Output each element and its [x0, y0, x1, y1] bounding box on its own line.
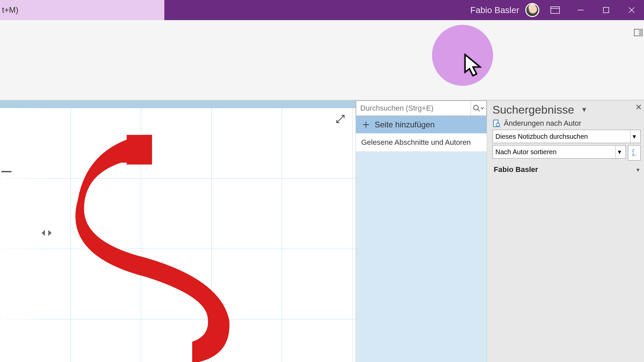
search-icon — [473, 105, 480, 112]
ink-drawing-s[interactable] — [67, 129, 262, 362]
add-page-label: Seite hinzufügen — [375, 120, 435, 129]
maximize-button[interactable] — [596, 0, 616, 20]
svg-rect-0 — [551, 7, 559, 13]
pages-empty-area — [356, 152, 487, 362]
chevron-down-icon[interactable]: ▾ — [615, 145, 623, 158]
section-tab-bar[interactable] — [0, 101, 356, 108]
titlebar: t+M) Fabio Basler — [0, 0, 644, 20]
main-area: Seite hinzufügen Gelesene Abschnitte und… — [0, 101, 644, 362]
text-caret-mark — [1, 171, 11, 172]
chevron-down-icon[interactable]: ▾ — [637, 167, 639, 173]
history-nav-arrows[interactable] — [41, 229, 52, 237]
titlebar-spacer — [164, 0, 470, 20]
pages-pane: Seite hinzufügen Gelesene Abschnitte und… — [356, 101, 487, 362]
page-list-item[interactable]: Gelesene Abschnitte und Autoren — [356, 133, 487, 152]
search-scope-dropdown[interactable]: Dieses Notizbuch durchsuchen ▾ — [492, 130, 641, 143]
expand-icon[interactable] — [335, 113, 346, 126]
chevron-down-icon[interactable]: ▾ — [630, 130, 638, 143]
chevron-down-icon[interactable]: ▼ — [581, 106, 588, 114]
canvas-area[interactable] — [0, 101, 356, 362]
user-name[interactable]: Fabio Basler — [470, 5, 519, 15]
sort-dropdown-value: Nach Autor sortieren — [495, 148, 556, 156]
cursor-pointer-icon — [462, 53, 484, 80]
chevron-down-icon[interactable] — [480, 105, 484, 112]
svg-line-18 — [499, 126, 500, 127]
search-button[interactable] — [471, 101, 486, 116]
sort-az-icon: ZA↓ — [632, 149, 637, 157]
search-input[interactable] — [356, 104, 471, 113]
plus-icon — [362, 121, 370, 129]
ribbon-area — [0, 20, 644, 101]
dock-pane-icon[interactable] — [634, 29, 643, 38]
search-box[interactable] — [356, 101, 487, 116]
svg-rect-3 — [603, 7, 609, 13]
results-title-row: Suchergebnisse ▼ — [492, 103, 641, 118]
history-forward-icon[interactable] — [47, 229, 52, 237]
changes-by-author-row[interactable]: Änderungen nach Autor — [492, 118, 641, 130]
add-page-button[interactable]: Seite hinzufügen — [356, 116, 487, 133]
page-search-icon — [492, 119, 500, 127]
search-results-pane: ✕ Suchergebnisse ▼ Änderungen nach Autor… — [487, 101, 644, 362]
svg-line-8 — [337, 115, 344, 123]
ribbon-shortcut-hint: t+M) — [0, 0, 164, 20]
changes-by-author-label: Änderungen nach Autor — [504, 119, 581, 128]
close-pane-button[interactable]: ✕ — [635, 103, 642, 112]
avatar[interactable] — [525, 3, 539, 17]
ribbon-display-options-icon[interactable] — [545, 0, 565, 20]
svg-marker-10 — [48, 230, 52, 236]
titlebar-right: Fabio Basler — [470, 0, 644, 20]
search-scope-value: Dieses Notizbuch durchsuchen — [495, 133, 588, 140]
svg-rect-7 — [639, 29, 642, 36]
svg-rect-11 — [127, 135, 152, 164]
author-group[interactable]: Fabio Basler ▾ — [492, 161, 641, 176]
author-name: Fabio Basler — [494, 165, 538, 174]
sort-az-button[interactable]: ZA↓ — [628, 145, 641, 161]
history-back-icon[interactable] — [41, 229, 46, 237]
svg-marker-9 — [42, 230, 45, 236]
svg-line-13 — [478, 109, 480, 111]
close-button[interactable] — [622, 0, 641, 20]
sort-dropdown[interactable]: Nach Autor sortieren ▾ — [492, 145, 626, 159]
svg-point-12 — [474, 105, 478, 110]
minimize-button[interactable] — [571, 0, 590, 20]
results-title: Suchergebnisse — [492, 103, 574, 116]
